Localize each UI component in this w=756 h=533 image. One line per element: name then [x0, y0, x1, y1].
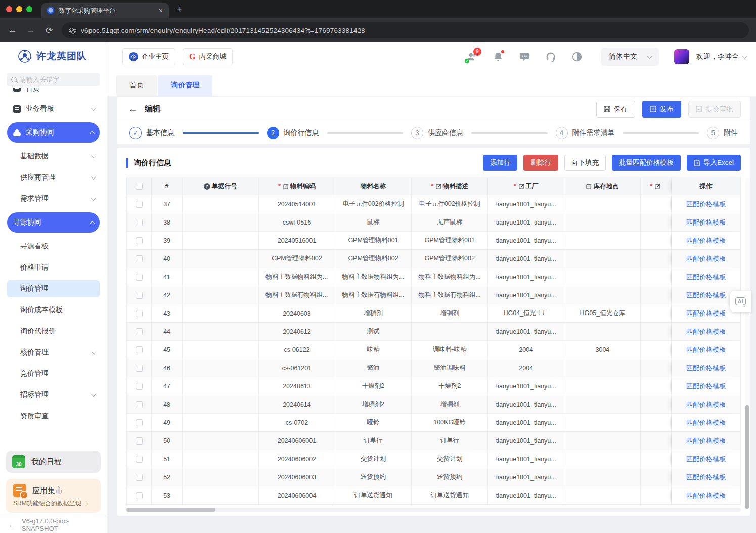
match-price-template-link[interactable]: 匹配价格模板	[686, 346, 726, 353]
match-price-template-link[interactable]: 匹配价格模板	[686, 255, 726, 262]
row-checkbox[interactable]	[136, 474, 143, 481]
horizontal-scrollbar-thumb[interactable]	[126, 508, 215, 512]
row-checkbox[interactable]	[136, 292, 143, 299]
site-settings-icon[interactable]	[69, 27, 76, 34]
add-row-button[interactable]: 添加行	[483, 155, 518, 171]
row-checkbox[interactable]	[136, 328, 143, 335]
submit-approval-button[interactable]: 提交审批	[688, 101, 741, 118]
sidebar-item-business-board[interactable]: 业务看板	[7, 100, 100, 117]
sidebar-search[interactable]	[7, 73, 100, 86]
row-checkbox[interactable]	[136, 255, 143, 262]
forward-icon[interactable]: →	[25, 25, 36, 35]
back-button[interactable]: ←	[128, 104, 138, 114]
app-market-card[interactable]: 应用集市 SRM功能融合的数据呈现	[6, 479, 101, 513]
match-price-template-link[interactable]: 匹配价格模板	[686, 437, 726, 445]
url-text[interactable]: v6poc.51qqt.com/srm/enquiry/enquiryHead/…	[81, 27, 365, 34]
sidebar-item-bidding-mgmt[interactable]: 竞价管理	[7, 365, 100, 382]
notifications-button[interactable]	[493, 51, 504, 62]
match-price-template-link[interactable]: 匹配价格模板	[686, 364, 726, 372]
sidebar-item-price-request[interactable]: 价格申请	[7, 259, 100, 276]
vertical-scrollbar[interactable]	[745, 178, 749, 509]
match-price-template-link[interactable]: 匹配价格模板	[686, 473, 726, 481]
window-controls[interactable]	[6, 6, 32, 12]
import-excel-button[interactable]: 导入Excel	[687, 155, 741, 171]
match-price-template-link[interactable]: 匹配价格模板	[686, 492, 726, 499]
maximize-window-button[interactable]	[26, 6, 32, 12]
row-checkbox[interactable]	[136, 201, 143, 208]
row-checkbox[interactable]	[136, 419, 143, 426]
sidebar-item-inquiry-proxy-quote[interactable]: 询价代报价	[7, 323, 100, 340]
sidebar-item-basic-data[interactable]: 基础数据	[7, 148, 100, 165]
horizontal-scrollbar[interactable]	[126, 508, 741, 512]
sidebar-item-sourcing-board[interactable]: 寻源看板	[7, 238, 100, 255]
browser-tab[interactable]: 数字化采购管理平台 ×	[41, 3, 169, 18]
tab-close-icon[interactable]: ×	[158, 7, 164, 15]
row-checkbox[interactable]	[136, 274, 143, 281]
back-icon[interactable]: ←	[7, 25, 18, 35]
batch-match-price-template-button[interactable]: 批量匹配价格模板	[612, 155, 681, 171]
language-selector[interactable]: 简体中文	[601, 48, 659, 66]
my-schedule-card[interactable]: 我的日程	[6, 451, 101, 473]
messages-button[interactable]	[519, 51, 530, 62]
row-checkbox[interactable]	[136, 437, 143, 445]
match-price-template-link[interactable]: 匹配价格模板	[686, 455, 726, 463]
row-checkbox[interactable]	[136, 310, 143, 317]
row-checkbox[interactable]	[136, 492, 143, 499]
row-checkbox[interactable]	[136, 365, 143, 372]
step-5[interactable]: 5附件	[707, 127, 738, 139]
contacts-button[interactable]: 9 ✓	[466, 51, 477, 62]
sidebar-item-home[interactable]: 首页	[7, 88, 100, 96]
row-checkbox[interactable]	[136, 219, 143, 226]
delete-row-button[interactable]: 删除行	[523, 155, 558, 171]
row-checkbox[interactable]	[136, 383, 143, 390]
collapse-sidebar-icon[interactable]: ←	[8, 520, 16, 529]
match-price-template-link[interactable]: 匹配价格模板	[686, 273, 726, 281]
sidebar-item-inquiry-cost-template[interactable]: 询价成本模板	[7, 301, 100, 319]
match-price-template-link[interactable]: 匹配价格模板	[686, 309, 726, 317]
match-price-template-link[interactable]: 匹配价格模板	[686, 218, 726, 226]
page-tab-1[interactable]: 询价管理	[158, 75, 212, 96]
page-tab-0[interactable]: 首页	[116, 75, 157, 96]
sidebar-item-qualification-review[interactable]: 资质审查	[7, 408, 100, 425]
save-button[interactable]: 保存	[596, 101, 635, 118]
internal-mall-button[interactable]: G 内采商城	[183, 48, 233, 65]
publish-button[interactable]: 发布	[642, 101, 681, 118]
match-price-template-link[interactable]: 匹配价格模板	[686, 200, 726, 208]
sidebar-item-tender-mgmt[interactable]: 招标管理	[7, 386, 100, 404]
sidebar-item-inquiry-mgmt[interactable]: 询价管理	[7, 280, 100, 297]
row-checkbox[interactable]	[136, 456, 143, 463]
match-price-template-link[interactable]: 匹配价格模板	[686, 237, 726, 244]
row-checkbox[interactable]	[136, 346, 143, 353]
minimize-window-button[interactable]	[16, 6, 22, 12]
match-price-template-link[interactable]: 匹配价格模板	[686, 401, 726, 408]
address-bar[interactable]: v6poc.51qqt.com/srm/enquiry/enquiryHead/…	[62, 22, 749, 38]
step-2[interactable]: 2询价行信息	[267, 127, 319, 139]
ai-assistant-button[interactable]: AI	[730, 291, 751, 312]
vertical-scrollbar-thumb[interactable]	[745, 405, 749, 509]
reload-icon[interactable]: ⟳	[43, 25, 55, 36]
step-4[interactable]: 4附件需求清单	[556, 127, 615, 139]
new-tab-button[interactable]: +	[177, 4, 183, 15]
row-checkbox[interactable]	[136, 237, 143, 244]
row-checkbox[interactable]	[136, 401, 143, 408]
select-all-checkbox[interactable]	[136, 183, 143, 190]
match-price-template-link[interactable]: 匹配价格模板	[686, 419, 726, 426]
step-3[interactable]: 3供应商信息	[411, 127, 463, 139]
sidebar-item-demand-mgmt[interactable]: 需求管理	[7, 190, 100, 207]
match-price-template-link[interactable]: 匹配价格模板	[686, 382, 726, 390]
close-window-button[interactable]	[6, 6, 12, 12]
match-price-template-link[interactable]: 匹配价格模板	[686, 328, 726, 335]
support-button[interactable]	[545, 51, 556, 62]
sidebar-item-price-check-mgmt[interactable]: 核价管理	[7, 344, 100, 361]
user-menu[interactable]: 欢迎，李坤全	[696, 52, 746, 61]
enterprise-home-button[interactable]: 企 企业主页	[122, 48, 175, 65]
sidebar-item-procurement-collab[interactable]: 采购协同	[7, 122, 100, 143]
step-1[interactable]: ✓基本信息	[129, 127, 174, 139]
theme-toggle-button[interactable]	[571, 51, 583, 62]
sidebar-item-sourcing-collab[interactable]: 寻源协同	[7, 212, 100, 233]
match-price-template-link[interactable]: 匹配价格模板	[686, 291, 726, 299]
user-avatar[interactable]	[674, 49, 689, 64]
fill-down-button[interactable]: 向下填充	[564, 155, 606, 171]
sidebar-item-supplier-mgmt[interactable]: 供应商管理	[7, 169, 100, 186]
search-input[interactable]	[20, 76, 96, 83]
